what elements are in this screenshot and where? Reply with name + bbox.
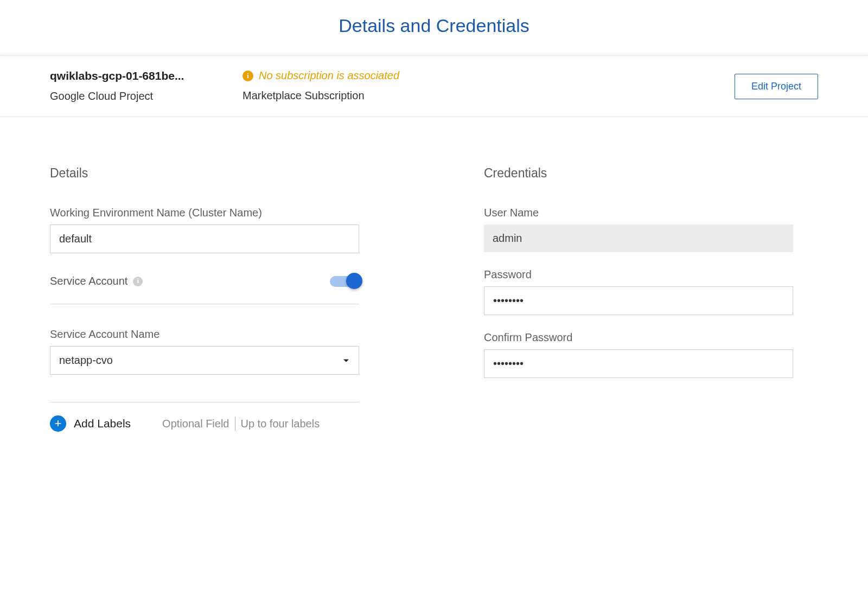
service-account-toggle[interactable]	[330, 276, 359, 287]
info-bar: qwiklabs-gcp-01-681be... Google Cloud Pr…	[0, 55, 868, 117]
credentials-section-title: Credentials	[484, 166, 793, 181]
subscription-status: i No subscription is associated	[242, 69, 735, 82]
main-content: Details Working Environment Name (Cluste…	[0, 117, 868, 453]
subscription-label: Marketplace Subscription	[242, 89, 735, 102]
info-icon: i	[242, 71, 253, 81]
project-name: qwiklabs-gcp-01-681be...	[50, 69, 242, 82]
edit-project-button[interactable]: Edit Project	[735, 74, 818, 99]
project-info: qwiklabs-gcp-01-681be... Google Cloud Pr…	[50, 69, 242, 103]
username-input	[484, 225, 793, 252]
service-account-toggle-row: Service Account i	[50, 275, 359, 304]
plus-icon: +	[50, 415, 66, 432]
labels-hint: Optional Field Up to four labels	[162, 417, 320, 431]
service-account-label-group: Service Account i	[50, 275, 143, 287]
confirm-password-group: Confirm Password	[484, 331, 793, 378]
details-column: Details Working Environment Name (Cluste…	[50, 166, 359, 432]
page-header: Details and Credentials	[0, 0, 868, 55]
details-section-title: Details	[50, 166, 359, 181]
confirm-password-label: Confirm Password	[484, 331, 793, 344]
page-title: Details and Credentials	[0, 15, 868, 36]
toggle-thumb	[346, 273, 362, 289]
password-input[interactable]	[484, 286, 793, 315]
env-name-label: Working Environment Name (Cluster Name)	[50, 207, 359, 219]
add-labels-button[interactable]: + Add Labels	[50, 415, 131, 432]
subscription-info: i No subscription is associated Marketpl…	[242, 69, 735, 102]
password-label: Password	[484, 268, 793, 281]
password-group: Password	[484, 268, 793, 315]
service-account-select-wrap: netapp-cvo	[50, 346, 359, 375]
env-name-group: Working Environment Name (Cluster Name)	[50, 207, 359, 253]
labels-limit-hint: Up to four labels	[241, 418, 320, 430]
info-icon[interactable]: i	[133, 277, 143, 286]
service-account-name-label: Service Account Name	[50, 328, 359, 341]
service-account-label: Service Account	[50, 275, 127, 287]
subscription-status-text: No subscription is associated	[259, 69, 399, 82]
credentials-column: Credentials User Name Password Confirm P…	[484, 166, 793, 432]
labels-section: + Add Labels Optional Field Up to four l…	[50, 402, 359, 432]
env-name-input[interactable]	[50, 225, 359, 253]
service-account-select[interactable]: netapp-cvo	[50, 346, 359, 375]
project-type: Google Cloud Project	[50, 90, 242, 103]
confirm-password-input[interactable]	[484, 349, 793, 378]
username-group: User Name	[484, 207, 793, 252]
hint-divider	[235, 417, 235, 431]
service-account-name-group: Service Account Name netapp-cvo	[50, 328, 359, 375]
add-labels-text: Add Labels	[74, 417, 131, 430]
add-labels-row: + Add Labels Optional Field Up to four l…	[50, 415, 359, 432]
optional-field-hint: Optional Field	[162, 418, 229, 430]
username-label: User Name	[484, 207, 793, 219]
